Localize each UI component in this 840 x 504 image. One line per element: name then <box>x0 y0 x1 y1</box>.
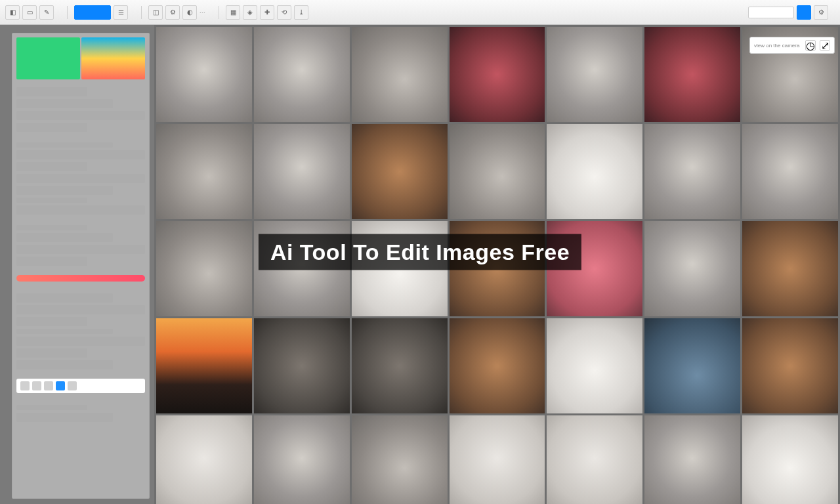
chip-button[interactable] <box>32 381 41 390</box>
view-mode-label: view on the camera <box>754 43 801 49</box>
panel-label <box>16 405 87 410</box>
panel-control[interactable] <box>16 245 145 254</box>
panel-label <box>16 329 113 334</box>
primary-action-button[interactable] <box>74 5 111 20</box>
panel-label <box>16 225 87 230</box>
confirm-button[interactable] <box>797 5 811 20</box>
panel-label <box>16 142 113 148</box>
hue-slider[interactable] <box>16 275 145 282</box>
tool-button[interactable]: ▦ <box>226 5 240 20</box>
tool-button[interactable]: ⟲ <box>277 5 291 20</box>
image-thumbnail[interactable] <box>156 124 252 219</box>
top-toolbar: ◧ ▭ ✎ ☰ ◫ ⚙ ◐ ··· ▦ ◈ ✚ ⟲ ⤓ ⚙ <box>0 0 840 25</box>
panel-label <box>16 198 87 203</box>
panel-control[interactable] <box>16 305 145 314</box>
toolbar-label: ··· <box>200 9 205 16</box>
chip-button[interactable] <box>68 381 77 390</box>
toolbar-sep <box>67 6 68 19</box>
pen-icon[interactable]: ✎ <box>39 5 54 20</box>
image-thumbnail[interactable] <box>644 415 740 504</box>
image-thumbnail[interactable] <box>644 124 740 219</box>
image-thumbnail[interactable] <box>547 318 642 413</box>
panel-control[interactable] <box>16 174 145 183</box>
color-picker[interactable] <box>16 37 145 79</box>
image-thumbnail[interactable] <box>450 27 545 122</box>
image-thumbnail[interactable] <box>352 415 448 504</box>
swatch-gradient[interactable] <box>81 37 145 79</box>
image-thumbnail[interactable] <box>644 221 740 316</box>
chip-button[interactable] <box>44 381 53 390</box>
panel-section <box>16 225 145 268</box>
image-thumbnail[interactable] <box>742 124 838 219</box>
view-mode-toggle[interactable]: view on the camera ◷ ⤢ <box>749 37 835 54</box>
toolbar-group-file: ◧ ▭ ✎ <box>5 5 54 20</box>
image-thumbnail[interactable] <box>352 124 448 219</box>
chip-button-active[interactable] <box>56 381 65 390</box>
clock-icon[interactable]: ◷ <box>805 40 816 51</box>
image-thumbnail[interactable] <box>156 27 252 122</box>
image-thumbnail[interactable] <box>450 415 545 504</box>
search-input[interactable] <box>748 7 794 18</box>
panel-section <box>16 293 145 372</box>
image-thumbnail[interactable] <box>156 415 252 504</box>
swatch-green[interactable] <box>16 37 80 79</box>
toolbar-group-right: ⚙ <box>748 5 828 20</box>
toolbar-sep <box>141 6 142 19</box>
toolbar-group-edit: ◫ ⚙ ◐ ··· <box>148 5 205 20</box>
image-thumbnail[interactable] <box>156 318 252 413</box>
image-thumbnail[interactable] <box>254 318 350 413</box>
panel-control[interactable] <box>16 360 113 369</box>
image-thumbnail[interactable] <box>644 27 740 122</box>
toolbar-sep <box>219 6 219 19</box>
image-thumbnail[interactable] <box>742 415 838 504</box>
panel-control[interactable] <box>16 257 87 266</box>
panel-control[interactable] <box>16 123 87 132</box>
image-thumbnail[interactable] <box>547 27 642 122</box>
image-thumbnail[interactable] <box>742 221 838 316</box>
panel-section <box>16 87 145 135</box>
panel-section <box>16 405 145 425</box>
panel-control[interactable] <box>16 150 145 159</box>
panel-control[interactable] <box>16 162 87 171</box>
filter-icon[interactable]: ◐ <box>182 5 197 20</box>
doc-icon[interactable]: ▭ <box>22 5 37 20</box>
panel-control[interactable] <box>16 186 113 195</box>
panel-section <box>16 142 145 217</box>
image-thumbnail[interactable] <box>156 221 252 316</box>
expand-icon[interactable]: ⤢ <box>820 40 830 51</box>
left-sidebar <box>12 33 150 499</box>
image-thumbnail[interactable] <box>352 27 448 122</box>
panel-control[interactable] <box>16 87 87 96</box>
panel-control[interactable] <box>16 337 145 346</box>
panel-control[interactable] <box>16 348 87 358</box>
panel-control[interactable] <box>16 205 145 215</box>
image-thumbnail[interactable] <box>352 318 448 413</box>
tool-button[interactable]: ◈ <box>243 5 257 20</box>
panel-control[interactable] <box>16 317 87 326</box>
adjust-icon[interactable]: ⚙ <box>165 5 180 20</box>
panel-control[interactable] <box>16 413 113 422</box>
tool-button[interactable]: ✚ <box>260 5 274 20</box>
image-thumbnail[interactable] <box>450 318 545 413</box>
image-thumbnail[interactable] <box>742 318 838 413</box>
panel-control[interactable] <box>16 99 113 108</box>
image-thumbnail[interactable] <box>254 27 350 122</box>
image-thumbnail[interactable] <box>547 124 642 219</box>
tool-button[interactable]: ⤓ <box>294 5 308 20</box>
image-thumbnail[interactable] <box>450 124 545 219</box>
settings-icon[interactable]: ⚙ <box>814 5 828 20</box>
crop-icon[interactable]: ◫ <box>148 5 163 20</box>
panel-control[interactable] <box>16 293 113 303</box>
toolbar-group-tools: ▦ ◈ ✚ ⟲ ⤓ <box>226 5 308 20</box>
overlay-title: Ai Tool To Edit Images Free <box>259 234 581 270</box>
home-icon[interactable]: ◧ <box>5 5 20 20</box>
chip-button[interactable] <box>20 381 30 390</box>
image-thumbnail[interactable] <box>547 415 642 504</box>
layers-icon[interactable]: ☰ <box>114 5 128 20</box>
image-thumbnail[interactable] <box>644 318 740 413</box>
panel-control[interactable] <box>16 111 145 120</box>
image-thumbnail[interactable] <box>254 124 350 219</box>
toolbar-group-view: ☰ <box>74 5 128 20</box>
image-thumbnail[interactable] <box>254 415 350 504</box>
panel-control[interactable] <box>16 233 113 242</box>
